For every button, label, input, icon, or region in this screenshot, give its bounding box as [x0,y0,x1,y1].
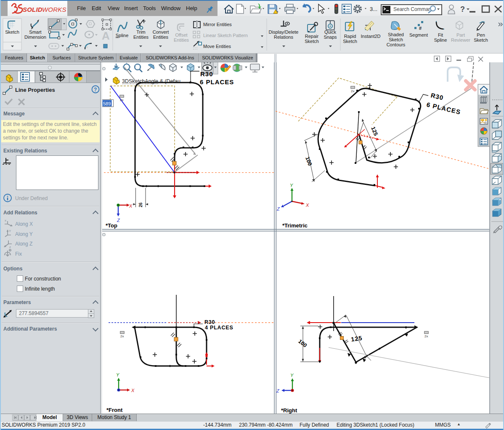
svg-text:A: A [102,29,110,42]
svg-text:2x: 2x [424,334,428,338]
svg-text:4 PLACES: 4 PLACES [205,325,233,331]
svg-text:*Right: *Right [281,407,297,414]
svg-text:Y: Y [290,183,293,188]
svg-text:z: z [9,245,11,249]
svg-text:*Trimetric: *Trimetric [282,222,308,229]
svg-text:#: # [419,26,422,31]
svg-text:WORKS: WORKS [42,6,66,13]
svg-text:2x: 2x [120,334,124,338]
svg-text:589: 589 [103,101,111,106]
svg-text:Y: Y [290,373,294,378]
svg-text:3...: 3... [370,6,377,12]
svg-text:R30: R30 [200,70,213,77]
svg-text:x: x [5,219,6,222]
svg-text:3DSketchAngle & (Defau...: 3DSketchAngle & (Defau... [122,78,185,84]
svg-text:2x: 2x [351,89,354,93]
svg-text:Z: Z [276,206,280,211]
svg-text:2x: 2x [120,98,123,102]
svg-text:Y: Y [9,229,11,233]
svg-text:6 PLACES: 6 PLACES [200,78,234,85]
svg-text:*Top: *Top [106,222,117,229]
svg-text:?: ? [460,5,465,13]
svg-text:Z: Z [276,388,280,393]
svg-text:?: ? [94,87,97,93]
svg-text:26: 26 [138,202,143,207]
svg-text:X: X [129,203,133,208]
svg-text:SOLID: SOLID [23,6,42,13]
svg-text:X: X [305,203,309,208]
svg-text:R30: R30 [204,319,215,325]
svg-text:X: X [131,388,135,393]
svg-text:Y: Y [116,372,119,377]
svg-text:*Front: *Front [106,407,123,413]
svg-text:Search Commar: Search Commar [393,6,430,12]
